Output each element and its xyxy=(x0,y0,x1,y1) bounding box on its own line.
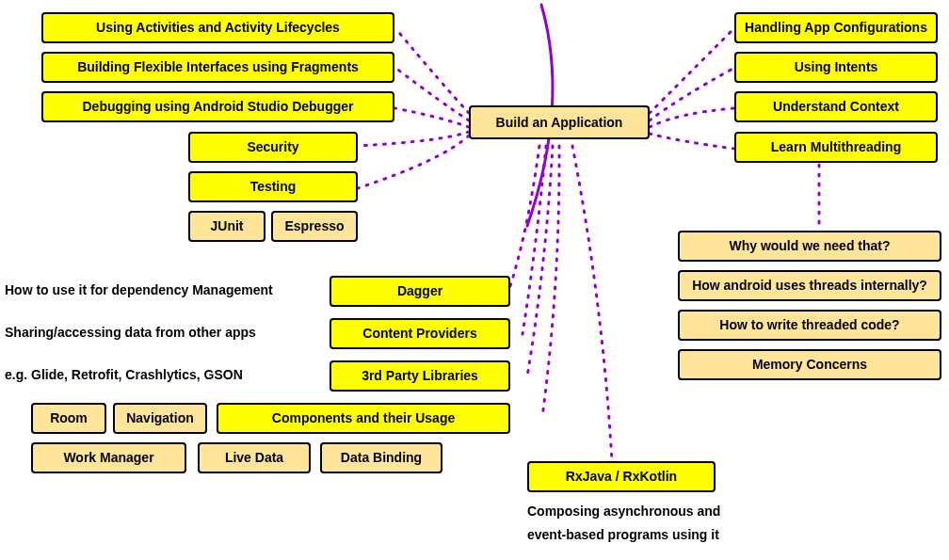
caption-third-party: e.g. Glide, Retrofit, Crashlytics, GSON xyxy=(5,367,243,382)
label: Data Binding xyxy=(341,450,422,466)
label: Memory Concerns xyxy=(752,357,867,373)
node-testing: Testing xyxy=(188,171,358,202)
node-build-an-application: Build an Application xyxy=(469,105,650,139)
caption-rx-line2: event-based programs using it xyxy=(527,527,719,542)
label: How android uses threads internally? xyxy=(692,278,927,294)
caption-content-providers: Sharing/accessing data from other apps xyxy=(5,325,256,340)
label: Learn Multithreading xyxy=(771,139,901,155)
label: JUnit xyxy=(211,218,244,234)
diagram-canvas: Build an Application Using Activities an… xyxy=(0,0,949,560)
node-fragments: Building Flexible Interfaces using Fragm… xyxy=(41,52,394,83)
label: 3rd Party Libraries xyxy=(362,368,478,384)
label: Using Activities and Activity Lifecycles xyxy=(96,20,340,36)
node-debugger: Debugging using Android Studio Debugger xyxy=(41,91,394,122)
label: Handling App Configurations xyxy=(745,20,927,36)
label: Content Providers xyxy=(362,326,476,342)
node-navigation: Navigation xyxy=(113,403,207,434)
label: Live Data xyxy=(225,450,283,466)
label: Navigation xyxy=(126,410,194,426)
label: Building Flexible Interfaces using Fragm… xyxy=(77,59,359,75)
node-activities-lifecycles: Using Activities and Activity Lifecycles xyxy=(41,12,394,43)
node-dagger: Dagger xyxy=(330,276,510,307)
label: Build an Application xyxy=(496,115,623,131)
node-components-usage: Components and their Usage xyxy=(217,403,510,434)
node-android-threads: How android uses threads internally? xyxy=(678,270,941,301)
node-memory-concerns: Memory Concerns xyxy=(678,349,941,380)
node-room: Room xyxy=(31,403,106,434)
node-data-binding: Data Binding xyxy=(320,442,442,473)
node-multithreading: Learn Multithreading xyxy=(734,132,938,163)
caption-dagger: How to use it for dependency Management xyxy=(5,282,273,297)
node-third-party-libs: 3rd Party Libraries xyxy=(330,360,510,392)
label: Work Manager xyxy=(63,450,153,466)
label: Why would we need that? xyxy=(729,238,890,254)
node-work-manager: Work Manager xyxy=(31,442,186,473)
node-context: Understand Context xyxy=(734,91,938,122)
label: Room xyxy=(50,410,88,426)
node-write-threaded: How to write threaded code? xyxy=(678,310,941,341)
label: How to write threaded code? xyxy=(719,317,899,333)
label: Dagger xyxy=(397,283,442,299)
node-why-need: Why would we need that? xyxy=(678,231,941,262)
node-rxjava-rxkotlin: RxJava / RxKotlin xyxy=(527,461,716,492)
node-content-providers: Content Providers xyxy=(330,318,510,349)
label: Debugging using Android Studio Debugger xyxy=(82,99,353,115)
node-espresso: Espresso xyxy=(271,211,358,242)
label: RxJava / RxKotlin xyxy=(566,469,677,485)
label: Understand Context xyxy=(773,99,899,115)
node-app-configs: Handling App Configurations xyxy=(734,12,938,43)
node-junit: JUnit xyxy=(188,211,265,242)
node-intents: Using Intents xyxy=(734,52,938,83)
caption-rx-line1: Composing asynchronous and xyxy=(527,504,720,519)
node-security: Security xyxy=(188,132,358,163)
label: Components and their Usage xyxy=(272,410,455,426)
label: Using Intents xyxy=(795,59,878,75)
label: Espresso xyxy=(284,218,344,234)
label: Security xyxy=(247,139,298,155)
node-live-data: Live Data xyxy=(198,442,311,473)
label: Testing xyxy=(250,179,297,195)
